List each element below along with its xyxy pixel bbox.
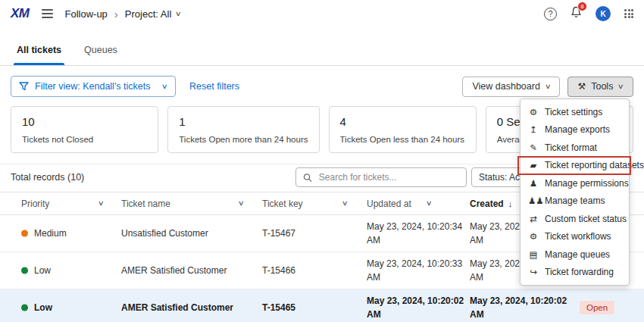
dataset-icon: ▰ (528, 160, 539, 170)
view-dashboard-label: View dashboard (472, 81, 539, 92)
menu-item-label: Ticket settings (545, 107, 602, 117)
stat-value: 1 (179, 115, 308, 128)
filter-view-dropdown[interactable]: Filter view: Kendall's tickets ∨ (11, 76, 176, 97)
breadcrumb-section: Follow-up (65, 8, 108, 20)
teams-icon: ♟♟ (528, 195, 539, 206)
chevron-down-icon: ∨ (545, 83, 552, 90)
tab-queues[interactable]: Queues (84, 45, 117, 65)
menu-item-label: Ticket format (545, 142, 597, 153)
column-header-updated-at[interactable]: Updated at (367, 192, 411, 214)
menu-item-manage-queues[interactable]: ▤ Manage queues (521, 245, 629, 264)
priority-cell: Medium (34, 228, 67, 239)
priority-dot (21, 267, 28, 274)
gear-icon: ⚙ (528, 107, 539, 117)
menu-item-manage-permissions[interactable]: ♟ Manage permissions (521, 174, 629, 192)
menu-item-label: Manage queues (545, 249, 610, 260)
priority-dot (21, 230, 28, 237)
top-bar: XM Follow-up › Project: All ∨ ? 8 K (0, 0, 644, 27)
notifications-button[interactable]: 8 (571, 6, 582, 21)
help-button[interactable]: ? (544, 8, 557, 20)
menu-item-manage-exports[interactable]: ↥ Manage exports (521, 121, 629, 139)
updated-at-cell: May 23, 2024, 10:20:34 AM (367, 220, 467, 247)
updated-at-cell: May 23, 2024, 10:20:33 AM (367, 257, 467, 284)
filter-view-label: Filter view: Kendall's tickets (35, 81, 150, 92)
search-icon (303, 173, 312, 183)
stat-label: Tickets not Closed (22, 135, 147, 144)
ticket-search (295, 167, 467, 187)
priority-cell: Low (34, 265, 51, 276)
menu-item-ticket-workflows[interactable]: ⚙ Ticket workflows (521, 228, 629, 246)
menu-item-label: Ticket forwarding (545, 267, 614, 277)
column-header-priority[interactable]: Priority (21, 192, 49, 214)
chevron-down-icon: ∨ (175, 11, 182, 17)
tools-dropdown-menu: ⚙ Ticket settings ↥ Manage exports ✎ Tic… (520, 98, 630, 286)
column-header-created[interactable]: Created ↓ (470, 192, 512, 214)
filter-toolbar: Filter view: Kendall's tickets ∨ Reset f… (11, 76, 633, 97)
breadcrumb: Follow-up › Project: All ∨ (65, 8, 181, 20)
table-row-selected[interactable]: Low AMER Satisfied Customer T-15465 May … (0, 289, 644, 322)
hamburger-menu-icon[interactable] (40, 7, 55, 20)
search-input[interactable] (317, 171, 459, 183)
chevron-down-icon: ∨ (161, 83, 168, 90)
chevron-down-icon[interactable]: ∨ (342, 192, 349, 214)
sort-descending-icon: ↓ (508, 199, 513, 208)
forward-icon: ↪ (528, 267, 539, 277)
status-swap-icon: ⇄ (528, 214, 539, 224)
menu-item-ticket-settings[interactable]: ⚙ Ticket settings (521, 103, 629, 121)
filter-icon (19, 82, 29, 91)
menu-item-label: Custom ticket status (545, 214, 627, 224)
chevron-down-icon: ∨ (617, 83, 624, 90)
toolbar-buttons: View dashboard ∨ ⚒ Tools ∨ (462, 77, 633, 97)
menu-item-label: Ticket workflows (545, 231, 611, 242)
top-bar-actions: ? 8 K (544, 6, 633, 21)
menu-item-label: Manage teams (545, 195, 605, 206)
ticket-key-cell: T-15465 (262, 302, 295, 313)
reset-filters-link[interactable]: Reset filters (189, 81, 239, 92)
xm-logo[interactable]: XM (11, 6, 30, 21)
view-dashboard-button[interactable]: View dashboard ∨ (462, 77, 560, 97)
chevron-down-icon[interactable]: ∨ (426, 192, 433, 214)
wrench-icon: ⚒ (577, 82, 586, 91)
breadcrumb-separator-icon: › (114, 8, 118, 20)
menu-item-ticket-reporting-datasets[interactable]: ▰ Ticket reporting datasets (521, 157, 629, 175)
column-header-ticket-key[interactable]: Ticket key (262, 192, 303, 214)
ticket-name-cell: AMER Satisfied Customer (121, 302, 233, 313)
project-dropdown[interactable]: Project: All ∨ (125, 8, 181, 20)
ticket-name-cell: Unsatisfied Customer (121, 228, 208, 239)
project-dropdown-label: Project: All (125, 8, 171, 20)
gear-icon: ⚙ (528, 231, 539, 242)
column-header-ticket-name[interactable]: Ticket name (121, 192, 170, 214)
stat-card-open-less-24h: 4 Tickets Open less than 24 hours (329, 106, 477, 153)
chevron-down-icon[interactable]: ∨ (238, 192, 245, 214)
ticket-key-cell: T-15467 (262, 228, 295, 239)
menu-item-label: Ticket reporting datasets (545, 160, 644, 170)
stat-value: 4 (340, 115, 465, 128)
menu-item-ticket-forwarding[interactable]: ↪ Ticket forwarding (521, 264, 629, 282)
stat-card-not-closed: 10 Tickets not Closed (11, 106, 158, 153)
ticket-name-cell: AMER Satisfied Customer (121, 265, 227, 276)
stat-label: Tickets Open less than 24 hours (340, 135, 465, 144)
priority-dot (21, 305, 28, 311)
pencil-icon: ✎ (528, 142, 539, 153)
stat-label: Tickets Open more than 24 hours (179, 135, 308, 144)
tab-all-tickets[interactable]: All tickets (17, 45, 61, 65)
tab-bar: All tickets Queues (0, 27, 644, 66)
queue-icon: ▤ (528, 249, 539, 260)
avatar[interactable]: K (596, 6, 611, 21)
ticket-key-cell: T-15466 (262, 265, 295, 276)
notification-badge: 8 (577, 2, 587, 11)
chevron-down-icon[interactable]: ∨ (98, 192, 105, 214)
avatar-initial: K (600, 10, 605, 18)
menu-item-ticket-format[interactable]: ✎ Ticket format (521, 139, 629, 157)
export-icon: ↥ (528, 124, 539, 135)
menu-item-manage-teams[interactable]: ♟♟ Manage teams (521, 192, 629, 211)
total-records-label: Total records (10) (11, 172, 84, 183)
menu-item-custom-ticket-status[interactable]: ⇄ Custom ticket status (521, 210, 629, 228)
apps-grid-icon[interactable] (624, 9, 633, 18)
tools-button[interactable]: ⚒ Tools ∨ (567, 77, 633, 97)
tools-label: Tools (591, 81, 613, 92)
menu-item-label: Manage exports (545, 124, 610, 135)
priority-cell: Low (34, 302, 52, 313)
permissions-icon: ♟ (528, 178, 539, 189)
app-window: XM Follow-up › Project: All ∨ ? 8 K (0, 0, 644, 322)
